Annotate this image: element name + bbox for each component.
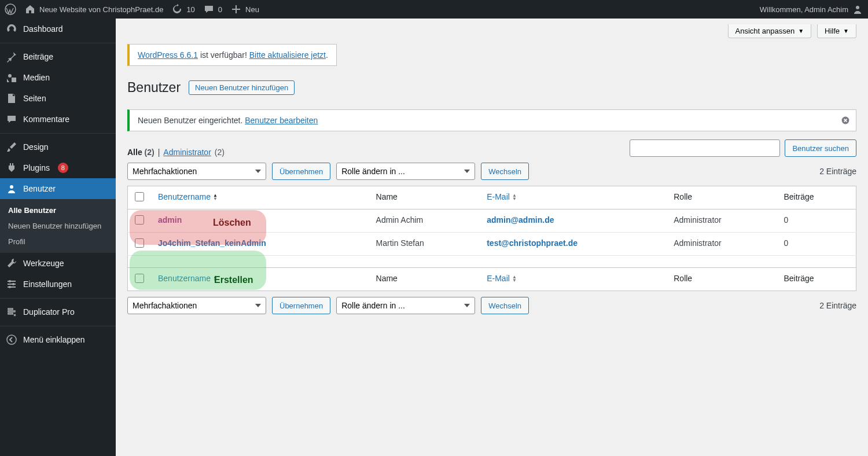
page-title: Benutzer [127, 80, 181, 95]
change-role-select-bottom[interactable]: Rolle ändern in ... [336, 297, 475, 314]
plugin-icon [6, 162, 17, 174]
screen-options-button[interactable]: Ansicht anpassen▼ [728, 24, 812, 38]
user-avatar-icon [852, 3, 863, 15]
plugins-update-badge: 8 [58, 163, 68, 173]
user-name-cell: Admin Achim [369, 209, 480, 233]
username-link[interactable]: Jo4chim_Stefan_keinAdmin [158, 238, 266, 248]
table-row: Jo4chim_Stefan_keinAdmin Martin Stefan t… [128, 233, 856, 256]
duplicator-icon [6, 306, 17, 318]
col-name-bottom: Name [369, 268, 480, 291]
submenu-profile[interactable]: Profil [0, 234, 116, 249]
my-account[interactable]: Willkommen, Admin Achim [760, 3, 863, 15]
edit-user-link[interactable]: Benutzer bearbeiten [245, 116, 318, 125]
updates-link[interactable]: 10 [171, 3, 194, 15]
wp-version-link[interactable]: WordPress 6.6.1 [138, 50, 198, 60]
dismiss-notice-button[interactable] [841, 116, 850, 127]
submenu-add-user[interactable]: Neuen Benutzer hinzufügen [0, 218, 116, 234]
menu-comments[interactable]: Kommentare [0, 109, 116, 130]
add-new-user-button[interactable]: Neuen Benutzer hinzufügen [189, 80, 295, 95]
col-role-top: Rolle [667, 186, 777, 209]
comment-icon [203, 3, 215, 15]
submenu-all-users[interactable]: Alle Benutzer [0, 203, 116, 218]
admin-bar: Neue Website von ChristophPraet.de 10 0 … [0, 0, 868, 19]
select-all-bottom[interactable] [135, 274, 144, 283]
new-label: Neu [245, 5, 259, 14]
search-users-button[interactable]: Benutzer suchen [785, 139, 856, 157]
site-name-link[interactable]: Neue Website von ChristophPraet.de [24, 3, 163, 15]
menu-posts[interactable]: Beiträge [0, 46, 116, 67]
user-icon [6, 183, 17, 194]
home-icon [24, 3, 36, 15]
col-posts-bottom: Beiträge [777, 268, 856, 291]
user-posts-cell: 0 [777, 233, 856, 256]
col-name-top: Name [369, 186, 480, 209]
pin-icon [6, 51, 17, 62]
search-box: Benutzer suchen [630, 139, 856, 157]
svg-point-7 [7, 335, 16, 344]
user-search-input[interactable] [630, 139, 780, 157]
svg-point-3 [10, 185, 13, 189]
page-icon [6, 93, 17, 104]
success-notice: Neuen Benutzer eingerichtet. Benutzer be… [127, 109, 856, 131]
user-role-cell: Administrator [667, 209, 777, 233]
menu-users[interactable]: Benutzer [0, 178, 116, 199]
row-checkbox[interactable] [135, 215, 144, 225]
greeting-text: Willkommen, Admin Achim [760, 5, 848, 14]
comments-count: 0 [218, 5, 222, 14]
svg-point-5 [12, 283, 14, 285]
bulk-action-select-top[interactable]: Mehrfachaktionen [127, 163, 266, 180]
sort-indicator-icon: ▲▼ [213, 275, 218, 282]
apply-button-bottom[interactable]: Übernehmen [272, 297, 330, 314]
change-role-button-top[interactable]: Wechseln [481, 163, 529, 180]
change-role-select-top[interactable]: Rolle ändern in ... [336, 163, 475, 180]
menu-settings[interactable]: Einstellungen [0, 274, 116, 295]
triangle-down-icon: ▼ [843, 28, 849, 34]
col-username-bottom[interactable]: Benutzername▲▼ [151, 268, 369, 291]
triangle-down-icon: ▼ [798, 28, 804, 34]
dashboard-icon [6, 23, 17, 35]
admin-sidebar: Dashboard Beiträge Medien Seiten Komment… [0, 19, 116, 456]
users-table: Benutzername▲▼ Name E-Mail▲▼ Rolle Beitr… [127, 186, 856, 291]
sort-indicator-icon: ▲▼ [213, 194, 218, 201]
apply-button-top[interactable]: Übernehmen [272, 163, 330, 180]
displaying-count-top: 2 Einträge [819, 167, 856, 176]
col-posts-top: Beiträge [777, 186, 856, 209]
menu-dashboard[interactable]: Dashboard [0, 19, 116, 39]
change-role-button-bottom[interactable]: Wechseln [481, 297, 529, 314]
comments-link[interactable]: 0 [203, 3, 222, 15]
media-icon [6, 72, 17, 83]
col-username-top[interactable]: Benutzername▲▼ [151, 186, 369, 209]
user-posts-cell: 0 [777, 209, 856, 233]
menu-plugins[interactable]: Plugins8 [0, 157, 116, 178]
displaying-count-bottom: 2 Einträge [819, 301, 856, 310]
wordpress-icon [5, 3, 16, 15]
menu-collapse[interactable]: Menü einklappen [0, 329, 116, 350]
row-checkbox[interactable] [135, 238, 144, 248]
menu-media[interactable]: Medien [0, 67, 116, 88]
username-link[interactable]: admin [158, 215, 182, 225]
filter-all[interactable]: Alle (2) [127, 148, 155, 157]
comments-icon [6, 113, 17, 125]
col-email-bottom[interactable]: E-Mail▲▼ [480, 268, 667, 291]
menu-tools[interactable]: Werkzeuge [0, 253, 116, 274]
menu-appearance[interactable]: Design [0, 137, 116, 157]
col-email-top[interactable]: E-Mail▲▼ [480, 186, 667, 209]
site-name: Neue Website von ChristophPraet.de [39, 5, 163, 14]
tablenav-bottom: Mehrfachaktionen Übernehmen Rolle ändern… [127, 297, 856, 314]
select-all-top[interactable] [135, 192, 144, 201]
bulk-action-select-bottom[interactable]: Mehrfachaktionen [127, 297, 266, 314]
user-email-link[interactable]: admin@admin.de [487, 215, 554, 225]
new-content-link[interactable]: Neu [230, 3, 259, 15]
update-now-link[interactable]: Bitte aktualisiere jetzt [249, 50, 326, 60]
help-button[interactable]: Hilfe▼ [817, 24, 856, 38]
filter-administrator[interactable]: Administrator [163, 148, 211, 157]
user-email-link[interactable]: test@christophpraet.de [487, 238, 578, 248]
menu-duplicator[interactable]: Duplicator Pro [0, 301, 116, 322]
sort-indicator-icon: ▲▼ [512, 275, 517, 282]
wp-logo[interactable] [5, 3, 16, 15]
menu-pages[interactable]: Seiten [0, 88, 116, 109]
brush-icon [6, 141, 17, 153]
svg-point-2 [8, 74, 12, 78]
svg-point-4 [9, 280, 11, 282]
wrench-icon [6, 258, 17, 269]
